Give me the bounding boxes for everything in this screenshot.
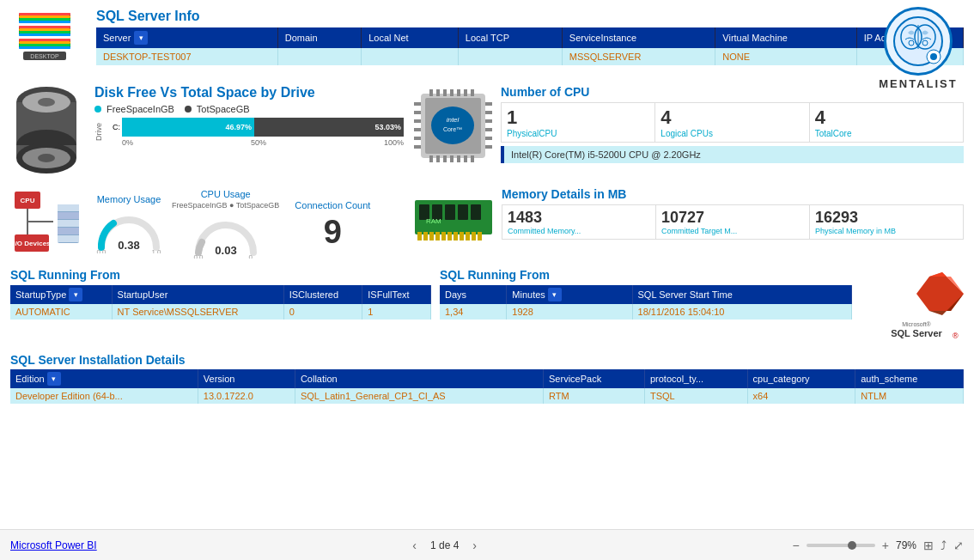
legend-tot: TotSpaceGB bbox=[185, 104, 250, 114]
cell-version: 13.0.1722.0 bbox=[198, 388, 295, 404]
col-localtcp: Local TCP bbox=[458, 27, 562, 48]
svg-rect-44 bbox=[429, 155, 433, 162]
zoom-thumb[interactable] bbox=[848, 541, 856, 550]
prev-page-button[interactable]: ‹ bbox=[409, 537, 420, 554]
col-version: Version bbox=[198, 369, 295, 388]
disk-chart-title: Disk Free Vs Total Space by Drive bbox=[94, 85, 404, 100]
svg-point-63 bbox=[431, 107, 474, 144]
server-icon: SERVER DESKTOP bbox=[10, 9, 88, 80]
committed-memory-value: 1483 bbox=[508, 209, 650, 227]
cpu-stats: Number of CPU 1 PhysicalCPU 4 Logical CP… bbox=[501, 85, 964, 163]
svg-rect-51 bbox=[414, 102, 421, 106]
intel-chip-icon: intel Core™ bbox=[412, 85, 494, 169]
svg-rect-56 bbox=[414, 145, 421, 149]
cpu-usage-gauge: CPU Usage FreeSpaceInGB ● TotSpaceGB 0.0… bbox=[172, 189, 279, 261]
cpu-logical: 4 Logical CPUs bbox=[655, 103, 809, 142]
committed-target-stat: 10727 Committed Target M... bbox=[656, 205, 810, 239]
svg-rect-73 bbox=[58, 204, 79, 211]
cell-domain bbox=[277, 48, 361, 65]
share-button[interactable]: ⤴ bbox=[941, 539, 947, 552]
cell-virtualmachine: NONE bbox=[715, 48, 856, 65]
legend-free-dot bbox=[94, 106, 101, 113]
physical-cpu-label: PhysicalCPU bbox=[507, 129, 649, 138]
minutes-dropdown-icon[interactable]: ▾ bbox=[548, 288, 562, 301]
mentalist-logo: MENTALIST bbox=[871, 7, 965, 90]
cell-cpu-cat: x64 bbox=[747, 388, 855, 404]
col-virtualmachine: Virtual Machine bbox=[715, 27, 856, 48]
memory-usage-gauge: Memory Usage 0.38 0.0 1.0 bbox=[94, 194, 163, 256]
disk-legend: FreeSpaceInGB TotSpaceGB bbox=[94, 104, 404, 114]
svg-rect-91 bbox=[423, 232, 428, 240]
cpu-section: intel Core™ Number of CPU 1 PhysicalCPU bbox=[412, 85, 964, 182]
cell-startupuser: NT Service\MSSQLSERVER bbox=[112, 304, 283, 320]
svg-rect-61 bbox=[485, 137, 492, 140]
cell-server: DESKTOP-TEST007 bbox=[96, 48, 277, 65]
svg-rect-92 bbox=[429, 232, 434, 240]
col-server: Server ▾ bbox=[96, 27, 277, 48]
fullscreen-button[interactable]: ⤢ bbox=[953, 539, 964, 552]
sql-running-left-table: StartupType ▾ StartupUser ISClustered IS… bbox=[10, 285, 431, 320]
svg-rect-75 bbox=[58, 220, 79, 227]
fit-page-button[interactable]: ⊞ bbox=[923, 539, 934, 552]
svg-rect-97 bbox=[460, 232, 464, 240]
cpu-total: 4 TotalCore bbox=[810, 103, 963, 142]
svg-rect-55 bbox=[414, 137, 421, 140]
server-dropdown-icon[interactable]: ▾ bbox=[134, 31, 148, 45]
content-area: SERVER DESKTOP SQL Server Info Server ▾ bbox=[0, 0, 974, 529]
svg-text:intel: intel bbox=[447, 116, 460, 124]
col-collation: Collation bbox=[295, 369, 543, 388]
memory-stats-block: Memory Details in MB 1483 Committed Memo… bbox=[502, 187, 964, 240]
next-page-button[interactable]: › bbox=[469, 537, 480, 554]
cpu-physical: 1 PhysicalCPU bbox=[502, 103, 655, 142]
col-starttime: SQL Server Start Time bbox=[632, 285, 851, 304]
edition-dropdown-icon[interactable]: ▾ bbox=[47, 372, 61, 386]
section-row1: SERVER DESKTOP SQL Server Info Server ▾ bbox=[10, 9, 964, 80]
svg-point-25 bbox=[930, 53, 937, 60]
svg-rect-49 bbox=[464, 155, 467, 162]
ram-icon: RAM bbox=[411, 187, 496, 259]
main-container: SERVER DESKTOP SQL Server Info Server ▾ bbox=[0, 0, 974, 560]
startuptype-dropdown-icon[interactable]: ▾ bbox=[69, 288, 82, 301]
sql-running-left-title: SQL Running From bbox=[10, 268, 431, 282]
svg-text:I/O Devices: I/O Devices bbox=[13, 240, 51, 247]
svg-text:0.0: 0.0 bbox=[96, 248, 107, 253]
sql-running-right-table: Days Minutes ▾ SQL Server Start Time bbox=[440, 285, 852, 320]
svg-rect-42 bbox=[464, 89, 467, 96]
physical-memory-label: Physical Memory in MB bbox=[815, 227, 958, 235]
zoom-in-button[interactable]: + bbox=[882, 539, 889, 552]
col-servicepack: ServicePack bbox=[544, 369, 645, 388]
drive-bar-track: 46.97% 53.03% bbox=[122, 118, 404, 137]
svg-rect-94 bbox=[441, 232, 446, 240]
svg-rect-74 bbox=[58, 212, 79, 219]
svg-text:Microsoft®: Microsoft® bbox=[902, 321, 931, 327]
svg-rect-39 bbox=[443, 89, 447, 96]
svg-rect-93 bbox=[435, 232, 440, 240]
drive-bar-row: C: 46.97% 53.03% bbox=[105, 118, 404, 137]
zoom-out-button[interactable]: − bbox=[793, 539, 800, 552]
svg-marker-102 bbox=[916, 272, 964, 311]
powerbi-link[interactable]: Microsoft Power BI bbox=[10, 539, 97, 551]
svg-rect-14 bbox=[19, 46, 70, 49]
svg-text:CPU: CPU bbox=[21, 197, 35, 204]
mentalist-brain-icon bbox=[884, 7, 953, 76]
col-protocol: protocol_ty... bbox=[644, 369, 747, 388]
svg-rect-3 bbox=[19, 18, 70, 21]
disk-icon bbox=[10, 85, 88, 182]
table-row: AUTOMATIC NT Service\MSSQLSERVER 0 1 bbox=[10, 304, 431, 320]
memory-area: RAM Memory Details in MB 1483 Committed … bbox=[411, 187, 964, 259]
svg-text:0.0: 0.0 bbox=[193, 253, 204, 259]
svg-rect-46 bbox=[443, 155, 447, 162]
zoom-slider[interactable] bbox=[807, 544, 875, 547]
logical-cpu-value: 4 bbox=[660, 107, 803, 129]
svg-rect-89 bbox=[471, 204, 481, 220]
col-startupuser: StartupUser bbox=[112, 285, 283, 304]
svg-rect-38 bbox=[436, 89, 440, 96]
svg-rect-47 bbox=[450, 155, 454, 162]
svg-text:DESKTOP: DESKTOP bbox=[30, 53, 59, 59]
total-core-label: TotalCore bbox=[815, 129, 958, 138]
svg-rect-87 bbox=[445, 204, 455, 220]
committed-memory-stat: 1483 Committed Memory... bbox=[502, 205, 656, 239]
svg-rect-59 bbox=[485, 119, 492, 123]
table-row: DESKTOP-TEST007 MSSQLSERVER NONE bbox=[96, 48, 964, 65]
cpu-usage-label: CPU Usage FreeSpaceInGB ● TotSpaceGB bbox=[172, 189, 279, 210]
